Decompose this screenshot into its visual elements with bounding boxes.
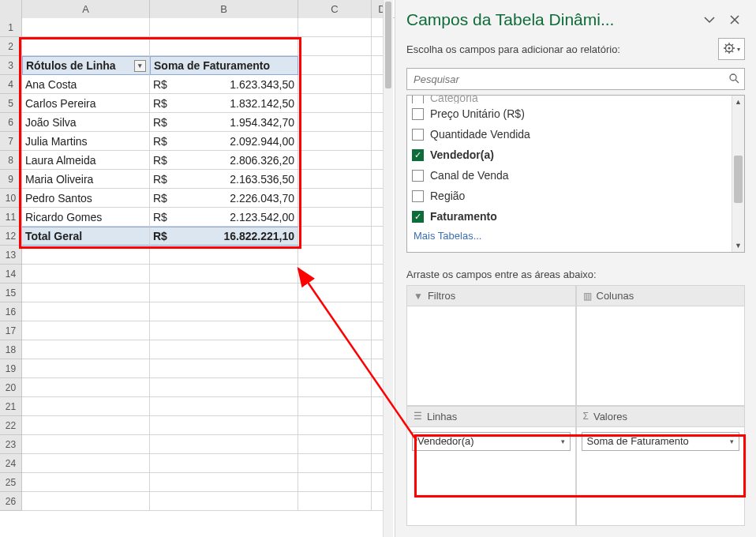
- cell[interactable]: [298, 492, 372, 511]
- row-header[interactable]: 24: [0, 454, 22, 473]
- field-item[interactable]: Quantidade Vendida: [412, 124, 727, 145]
- grand-total-value[interactable]: R$16.822.221,10: [150, 227, 298, 246]
- row-header[interactable]: 10: [0, 189, 22, 208]
- cell[interactable]: [22, 473, 150, 492]
- field-item-truncated[interactable]: Categoria: [412, 96, 727, 103]
- pivot-row-label[interactable]: Pedro Santos: [22, 189, 150, 208]
- cell[interactable]: [298, 302, 372, 321]
- row-header[interactable]: 7: [0, 132, 22, 151]
- row-header[interactable]: 4: [0, 75, 22, 94]
- select-all-corner[interactable]: [0, 0, 22, 18]
- pivot-row-label[interactable]: Julia Martins: [22, 132, 150, 151]
- cell[interactable]: [150, 340, 298, 359]
- row-header[interactable]: 9: [0, 170, 22, 189]
- row-header[interactable]: 13: [0, 246, 22, 265]
- field-item[interactable]: ✓Vendedor(a): [412, 145, 727, 165]
- cell[interactable]: [298, 435, 372, 454]
- cell[interactable]: [298, 189, 372, 208]
- more-tables-link[interactable]: Mais Tabelas...: [412, 227, 727, 243]
- row-header[interactable]: 8: [0, 151, 22, 170]
- pivot-row-value[interactable]: R$1.623.343,50: [150, 75, 298, 94]
- search-box[interactable]: [406, 68, 745, 90]
- cell[interactable]: [22, 37, 150, 56]
- cell[interactable]: [150, 416, 298, 435]
- cell[interactable]: [298, 94, 372, 113]
- cell[interactable]: [298, 340, 372, 359]
- close-icon[interactable]: [724, 9, 745, 30]
- pivot-row-value[interactable]: R$2.163.536,50: [150, 170, 298, 189]
- cell[interactable]: [298, 397, 372, 416]
- checkbox-checked-icon[interactable]: ✓: [412, 149, 424, 161]
- cell[interactable]: [22, 492, 150, 511]
- cell[interactable]: [150, 302, 298, 321]
- field-item[interactable]: Região: [412, 186, 727, 206]
- row-header[interactable]: 15: [0, 284, 22, 302]
- cell[interactable]: [298, 246, 372, 265]
- row-header[interactable]: 2: [0, 37, 22, 56]
- scroll-up-arrow-icon[interactable]: ▲: [732, 96, 744, 108]
- chevron-down-icon[interactable]: [699, 9, 720, 30]
- pivot-row-value[interactable]: R$2.226.043,70: [150, 189, 298, 208]
- checkbox-icon[interactable]: [412, 129, 424, 141]
- row-header[interactable]: 19: [0, 359, 22, 378]
- cell[interactable]: [22, 18, 150, 37]
- filters-area[interactable]: ▼Filtros: [406, 285, 576, 406]
- cell[interactable]: [298, 321, 372, 340]
- chevron-down-icon[interactable]: ▾: [561, 437, 565, 445]
- cell[interactable]: [298, 75, 372, 94]
- sheet-vertical-scrollbar[interactable]: [383, 0, 393, 537]
- row-header[interactable]: 6: [0, 113, 22, 132]
- cell[interactable]: [298, 56, 372, 75]
- field-item[interactable]: Preço Unitário (R$): [412, 103, 727, 124]
- pivot-row-label[interactable]: Carlos Pereira: [22, 94, 150, 113]
- filter-dropdown-button[interactable]: ▾: [134, 60, 146, 72]
- cell[interactable]: [150, 37, 298, 56]
- cell[interactable]: [150, 435, 298, 454]
- row-header[interactable]: 3: [0, 56, 22, 75]
- row-header[interactable]: 12: [0, 227, 22, 246]
- row-header[interactable]: 11: [0, 208, 22, 227]
- pivot-row-value[interactable]: R$2.806.326,20: [150, 151, 298, 170]
- row-header[interactable]: 20: [0, 378, 22, 397]
- cell[interactable]: [22, 378, 150, 397]
- checkbox-checked-icon[interactable]: ✓: [412, 211, 424, 223]
- cell[interactable]: [22, 435, 150, 454]
- pivot-row-value[interactable]: R$2.123.542,00: [150, 208, 298, 227]
- row-header[interactable]: 1: [0, 18, 22, 37]
- search-input[interactable]: [412, 73, 728, 86]
- field-list-scrollbar[interactable]: ▲ ▼: [732, 96, 744, 252]
- cell[interactable]: [298, 284, 372, 302]
- cell[interactable]: [150, 454, 298, 473]
- cell[interactable]: [22, 246, 150, 265]
- columns-area[interactable]: ▥Colunas: [576, 285, 746, 406]
- row-header[interactable]: 21: [0, 397, 22, 416]
- cell[interactable]: [298, 37, 372, 56]
- cell[interactable]: [298, 132, 372, 151]
- row-header[interactable]: 23: [0, 435, 22, 454]
- cell[interactable]: [298, 378, 372, 397]
- cell[interactable]: [150, 359, 298, 378]
- chevron-down-icon[interactable]: ▾: [730, 437, 734, 445]
- cell[interactable]: [22, 359, 150, 378]
- checkbox-icon[interactable]: [412, 190, 424, 202]
- cell[interactable]: [22, 284, 150, 302]
- grand-total-label[interactable]: Total Geral: [22, 227, 150, 246]
- cell[interactable]: [150, 284, 298, 302]
- pivot-row-label[interactable]: Laura Almeida: [22, 151, 150, 170]
- field-item[interactable]: Canal de Venda: [412, 165, 727, 186]
- column-header-B[interactable]: B: [150, 0, 298, 18]
- pivot-row-value[interactable]: R$1.832.142,50: [150, 94, 298, 113]
- cell[interactable]: [150, 378, 298, 397]
- cell[interactable]: [150, 246, 298, 265]
- checkbox-icon[interactable]: [412, 108, 424, 120]
- pivot-row-label[interactable]: João Silva: [22, 113, 150, 132]
- checkbox-icon[interactable]: [412, 170, 424, 182]
- row-header[interactable]: 16: [0, 302, 22, 321]
- cell[interactable]: [298, 18, 372, 37]
- cell[interactable]: [298, 113, 372, 132]
- cell[interactable]: [150, 265, 298, 284]
- cell[interactable]: [22, 265, 150, 284]
- row-header[interactable]: 25: [0, 473, 22, 492]
- rows-area[interactable]: ☰Linhas Vendedor(a)▾: [406, 406, 576, 527]
- pivot-row-label[interactable]: Ana Costa: [22, 75, 150, 94]
